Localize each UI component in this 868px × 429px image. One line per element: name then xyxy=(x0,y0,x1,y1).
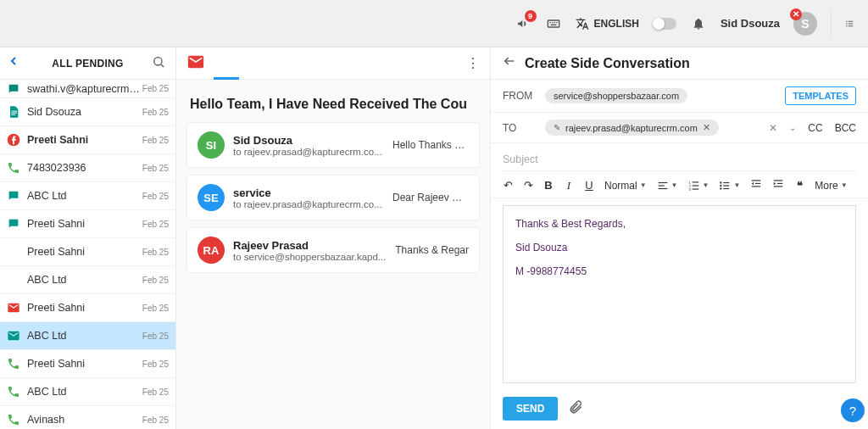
svg-rect-2 xyxy=(552,22,553,23)
bullet-list-button[interactable]: ▼ xyxy=(719,180,740,192)
outdent-button[interactable] xyxy=(750,178,762,192)
paragraph-style-select[interactable]: Normal▼ xyxy=(604,180,647,192)
to-label: TO xyxy=(503,122,537,134)
chevron-down-icon[interactable]: ⌄ xyxy=(789,123,796,132)
svg-point-30 xyxy=(721,181,722,183)
ticket-list-panel: ALL PENDING swathi.v@kapturecrm.com Feb … xyxy=(0,47,176,429)
to-value: rajeev.prasad@kapturecrm.com xyxy=(565,123,698,133)
mail-icon xyxy=(7,301,27,315)
ticket-row[interactable]: Preeti Sahni Feb 25 xyxy=(0,210,175,238)
message-avatar: SI xyxy=(198,131,225,159)
bell-icon[interactable] xyxy=(690,15,707,32)
remove-chip-icon[interactable]: ✕ xyxy=(703,122,710,133)
svg-point-32 xyxy=(721,184,722,186)
svg-point-10 xyxy=(846,25,847,26)
svg-rect-0 xyxy=(548,20,559,27)
cc-button[interactable]: CC xyxy=(808,122,822,134)
align-select[interactable]: ▼ xyxy=(657,180,678,192)
ticket-name: Sid Dsouza xyxy=(27,106,142,118)
help-fab[interactable]: ? xyxy=(841,398,865,422)
phone-icon xyxy=(7,413,27,426)
svg-point-34 xyxy=(721,187,722,189)
announce-icon[interactable]: 9 xyxy=(515,15,531,32)
user-name-label: Sid Dsouza xyxy=(721,17,780,30)
italic-button[interactable]: I xyxy=(564,179,574,192)
more-tools-select[interactable]: More▼ xyxy=(815,180,847,192)
language-selector[interactable]: ENGLISH xyxy=(576,17,639,31)
message-preview: Hello Thanks & B xyxy=(392,139,469,151)
language-label: ENGLISH xyxy=(594,18,639,30)
underline-button[interactable]: U xyxy=(584,179,594,192)
ticket-row[interactable]: Avinash Feb 25 xyxy=(0,406,175,429)
close-icon[interactable]: ✕ xyxy=(790,8,802,20)
clear-to-icon[interactable]: ✕ xyxy=(769,122,777,134)
search-icon[interactable] xyxy=(152,55,169,72)
indent-button[interactable] xyxy=(772,178,784,192)
redo-icon[interactable]: ↷ xyxy=(523,179,533,192)
ticket-row[interactable]: Preeti Sahni Feb 25 xyxy=(0,350,175,378)
list-view-icon[interactable] xyxy=(831,12,854,36)
ticket-date: Feb 25 xyxy=(142,276,169,285)
theme-toggle[interactable] xyxy=(653,18,676,30)
ticket-row[interactable]: ABC Ltd Feb 25 xyxy=(0,378,175,406)
quote-button[interactable]: ❝ xyxy=(794,179,804,192)
ticket-row[interactable]: swathi.v@kapturecrm.com Feb 25 xyxy=(0,80,175,98)
main-layout: ALL PENDING swathi.v@kapturecrm.com Feb … xyxy=(0,47,868,429)
back-icon[interactable] xyxy=(7,54,24,72)
more-icon[interactable]: ⋮ xyxy=(466,55,480,71)
svg-rect-38 xyxy=(752,186,761,187)
svg-text:3: 3 xyxy=(688,187,691,191)
svg-rect-4 xyxy=(556,22,557,23)
message-row[interactable]: RA Rajeev Prasad to service@shoppersbaza… xyxy=(186,227,480,273)
avatar-initial: S xyxy=(801,17,809,31)
message-list: SI Sid Dsouza to rajeev.prasad@kapturecr… xyxy=(176,122,490,280)
to-row: TO ✎ rajeev.prasad@kapturecrm.com ✕ ✕ ⌄ … xyxy=(491,113,868,143)
bold-button[interactable]: B xyxy=(543,179,554,192)
ticket-row[interactable]: 7483023936 Feb 25 xyxy=(0,154,175,182)
svg-point-8 xyxy=(846,23,847,24)
editor-body[interactable]: Thanks & Best Regards, Sid Dsouza M -998… xyxy=(503,205,856,383)
edit-icon[interactable]: ✎ xyxy=(554,123,560,132)
to-chip[interactable]: ✎ rajeev.prasad@kapturecrm.com ✕ xyxy=(545,120,719,136)
ticket-date: Feb 25 xyxy=(142,387,169,397)
svg-rect-41 xyxy=(777,183,782,184)
templates-button[interactable]: TEMPLATES xyxy=(785,86,856,105)
send-button[interactable]: SEND xyxy=(503,397,558,421)
svg-rect-21 xyxy=(658,181,667,182)
notification-badge: 9 xyxy=(525,10,537,22)
ticket-row[interactable]: ABC Ltd Feb 25 xyxy=(0,182,175,210)
compose-title: Create Side Conversation xyxy=(525,56,690,71)
svg-point-6 xyxy=(846,20,847,21)
channel-tabs[interactable] xyxy=(214,47,466,79)
undo-icon[interactable]: ↶ xyxy=(503,179,513,192)
svg-rect-33 xyxy=(724,185,730,186)
ticket-row[interactable]: ABC Ltd Feb 25 xyxy=(0,266,175,294)
svg-rect-22 xyxy=(658,185,664,186)
ticket-row[interactable]: Preeti Sahni Feb 25 xyxy=(0,238,175,266)
message-to: to service@shoppersbazaar.kapd... xyxy=(233,252,387,262)
svg-rect-25 xyxy=(692,181,698,182)
keyboard-icon[interactable] xyxy=(545,15,562,32)
message-row[interactable]: SE service to rajeev.prasad@kapturecrm.c… xyxy=(186,175,480,220)
attachment-icon[interactable] xyxy=(568,399,583,418)
phone-icon xyxy=(7,385,27,398)
message-row[interactable]: SI Sid Dsouza to rajeev.prasad@kapturecr… xyxy=(186,122,480,168)
svg-marker-43 xyxy=(774,182,776,186)
subject-input[interactable] xyxy=(503,148,856,171)
ticket-row[interactable]: Preeti Sahni Feb 25 xyxy=(0,126,175,154)
user-avatar[interactable]: ✕ S xyxy=(793,12,817,36)
ticket-name: ABC Ltd xyxy=(27,274,142,286)
ticket-row[interactable]: Preeti Sahni Feb 25 xyxy=(0,294,175,322)
ticket-date: Feb 25 xyxy=(142,304,169,313)
ticket-row[interactable]: ABC Ltd Feb 25 xyxy=(0,322,175,350)
svg-rect-42 xyxy=(774,186,783,187)
bcc-button[interactable]: BCC xyxy=(835,122,856,134)
ordered-list-button[interactable]: 123 ▼ xyxy=(688,180,709,192)
message-from: Rajeev Prasad xyxy=(233,239,387,252)
ticket-name: ABC Ltd xyxy=(27,386,142,398)
ticket-row[interactable]: Sid Dsouza Feb 25 xyxy=(0,98,175,126)
back-arrow-icon[interactable] xyxy=(503,54,516,72)
svg-rect-1 xyxy=(549,22,550,23)
svg-rect-16 xyxy=(11,114,15,115)
ticket-name: Preeti Sahni xyxy=(27,218,142,230)
